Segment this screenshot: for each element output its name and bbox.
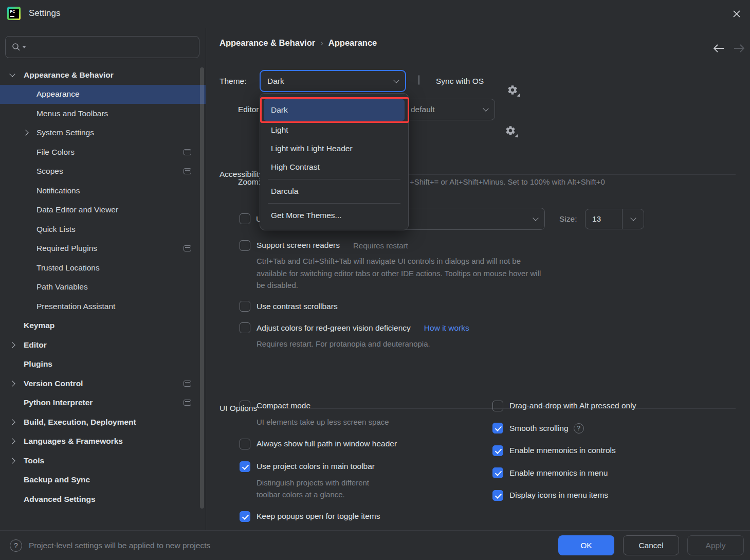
theme-menu-item[interactable] bbox=[268, 179, 400, 179]
sidebar-item[interactable]: Required Plugins bbox=[0, 239, 206, 259]
settings-sidebar: Appearance & Behavior Appearance Menus a… bbox=[0, 28, 206, 530]
theme-menu-item[interactable]: Get More Themes... bbox=[260, 206, 408, 225]
checkbox-row[interactable]: Use contrast scrollbars ? bbox=[240, 300, 641, 313]
theme-menu-item[interactable]: Dark bbox=[264, 99, 405, 121]
option: Enable mnemonics in controls ? bbox=[492, 444, 734, 457]
ok-button[interactable]: OK bbox=[558, 535, 614, 555]
sidebar-item[interactable]: Plugins bbox=[0, 355, 206, 374]
panel-icon bbox=[184, 400, 191, 406]
panel-icon bbox=[184, 245, 191, 251]
option: Adjust colors for red-green vision defic… bbox=[240, 321, 641, 350]
checkbox[interactable] bbox=[492, 490, 503, 501]
option-description: Ctrl+Tab and Ctrl+Shift+Tab will navigat… bbox=[257, 255, 641, 292]
checkbox-row[interactable]: Keep popups open for toggle items ? bbox=[240, 510, 481, 523]
checkbox[interactable] bbox=[240, 401, 250, 411]
checkbox[interactable] bbox=[240, 322, 250, 333]
use-custom-font-checkbox[interactable] bbox=[240, 213, 250, 224]
help-icon[interactable]: ? bbox=[10, 539, 22, 552]
theme-menu-item[interactable]: Light with Light Header bbox=[260, 139, 408, 158]
breadcrumb-separator: › bbox=[320, 38, 323, 48]
sidebar-item[interactable]: Notifications bbox=[0, 181, 206, 201]
close-icon[interactable] bbox=[729, 7, 744, 21]
theme-label: Theme: bbox=[219, 70, 247, 92]
sidebar-item[interactable]: Trusted Locations bbox=[0, 258, 206, 278]
font-size-combobox[interactable]: 13 bbox=[585, 209, 644, 229]
checkbox[interactable] bbox=[240, 439, 250, 449]
zoom-hint: +Shift+= or Alt+Shift+Minus. Set to 100%… bbox=[410, 171, 605, 193]
panel-icon bbox=[184, 168, 191, 174]
back-arrow-icon[interactable] bbox=[712, 42, 725, 55]
settings-dialog: PC Settings Appearance & Behavior bbox=[0, 0, 750, 560]
sidebar-item[interactable]: Build, Execution, Deployment bbox=[0, 412, 206, 432]
help-icon[interactable]: ? bbox=[574, 423, 584, 433]
sidebar-item[interactable]: Tools bbox=[0, 451, 206, 471]
checkbox-row[interactable]: Use project colors in main toolbar ? bbox=[240, 460, 481, 473]
theme-menu-item[interactable]: High Contrast bbox=[260, 158, 408, 176]
checkbox[interactable] bbox=[492, 467, 503, 478]
sidebar-item[interactable]: Languages & Frameworks bbox=[0, 432, 206, 451]
chevron-down-icon bbox=[533, 215, 538, 221]
checkbox-row[interactable]: Always show full path in window header ? bbox=[240, 437, 481, 450]
checkbox-row[interactable]: Display icons in menu items ? bbox=[492, 489, 734, 502]
checkbox-row[interactable]: Support screen readers Requires restart … bbox=[240, 239, 641, 252]
panel-icon bbox=[184, 381, 191, 387]
checkbox-row[interactable]: Adjust colors for red-green vision defic… bbox=[240, 321, 641, 335]
sidebar-item[interactable]: Menus and Toolbars bbox=[0, 104, 206, 123]
checkbox[interactable] bbox=[240, 240, 250, 251]
theme-select[interactable]: Dark bbox=[260, 70, 406, 92]
checkbox[interactable] bbox=[240, 511, 250, 522]
checkbox-row[interactable]: Enable mnemonics in menu ? bbox=[492, 466, 734, 480]
sidebar-item[interactable]: Appearance bbox=[0, 85, 206, 104]
sidebar-item[interactable]: Scopes bbox=[0, 162, 206, 182]
sync-with-os-checkbox[interactable] bbox=[418, 75, 419, 85]
chevron-down-icon[interactable] bbox=[623, 209, 644, 229]
sidebar-item[interactable]: Version Control bbox=[0, 374, 206, 393]
sidebar-item[interactable]: File Colors bbox=[0, 142, 206, 162]
theme-menu-item[interactable]: Light bbox=[260, 121, 408, 139]
search-box[interactable] bbox=[5, 36, 199, 58]
apply-button: Apply bbox=[687, 535, 744, 555]
sidebar-item[interactable]: Keymap bbox=[0, 316, 206, 336]
editor-scheme-select[interactable]: default bbox=[404, 99, 495, 120]
breadcrumb-parent[interactable]: Appearance & Behavior bbox=[219, 38, 315, 47]
sidebar-item[interactable]: Python Interpreter bbox=[0, 393, 206, 413]
search-input[interactable] bbox=[30, 43, 193, 51]
sync-os-gear-icon[interactable] bbox=[507, 84, 519, 97]
sidebar-item[interactable]: Presentation Assistant bbox=[0, 297, 206, 316]
option-description: Requires restart. For protanopia and deu… bbox=[257, 338, 641, 350]
option: Always show full path in window header ? bbox=[240, 437, 481, 450]
how-it-works-link[interactable]: How it works bbox=[424, 323, 469, 333]
sidebar-item[interactable]: Data Editor and Viewer bbox=[0, 201, 206, 220]
sidebar-item[interactable]: System Settings bbox=[0, 123, 206, 143]
theme-menu-item[interactable] bbox=[268, 203, 400, 204]
titlebar: PC Settings bbox=[0, 0, 750, 27]
sidebar-scrollbar[interactable] bbox=[200, 67, 204, 509]
checkbox[interactable] bbox=[492, 445, 503, 456]
checkbox[interactable] bbox=[492, 401, 503, 411]
forward-arrow-icon[interactable] bbox=[733, 42, 746, 55]
chevron-down-icon bbox=[483, 105, 488, 111]
font-size-value: 13 bbox=[586, 209, 622, 229]
checkbox[interactable] bbox=[240, 461, 250, 472]
sidebar-item[interactable]: Advanced Settings bbox=[0, 490, 206, 509]
checkbox-row[interactable]: Enable mnemonics in controls ? bbox=[492, 444, 734, 457]
sidebar-item[interactable]: Appearance & Behavior bbox=[0, 65, 206, 85]
cancel-button[interactable]: Cancel bbox=[623, 535, 679, 555]
option: Support screen readers Requires restart … bbox=[240, 239, 641, 292]
sidebar-item[interactable]: Quick Lists bbox=[0, 220, 206, 239]
theme-menu-item[interactable]: Darcula bbox=[260, 182, 408, 201]
checkbox[interactable] bbox=[240, 301, 250, 312]
checkbox[interactable] bbox=[492, 423, 503, 433]
option: Drag-and-drop with Alt pressed only ? bbox=[492, 399, 734, 412]
checkbox-row[interactable]: Compact mode ? bbox=[240, 399, 481, 412]
sync-with-os-label: Sync with OS bbox=[436, 70, 484, 92]
checkbox-row[interactable]: Smooth scrolling ? bbox=[492, 422, 734, 435]
search-history-caret-icon[interactable] bbox=[23, 46, 26, 48]
sidebar-item[interactable]: Editor bbox=[0, 335, 206, 355]
sidebar-item[interactable]: Path Variables bbox=[0, 278, 206, 297]
sidebar-item[interactable]: Backup and Sync bbox=[0, 471, 206, 490]
settings-content: Appearance & Behavior›Appearance Theme: … bbox=[206, 28, 750, 530]
checkbox-row[interactable]: Drag-and-drop with Alt pressed only ? bbox=[492, 399, 734, 412]
scheme-gear-icon[interactable] bbox=[505, 125, 517, 137]
option: Use contrast scrollbars ? bbox=[240, 300, 641, 313]
